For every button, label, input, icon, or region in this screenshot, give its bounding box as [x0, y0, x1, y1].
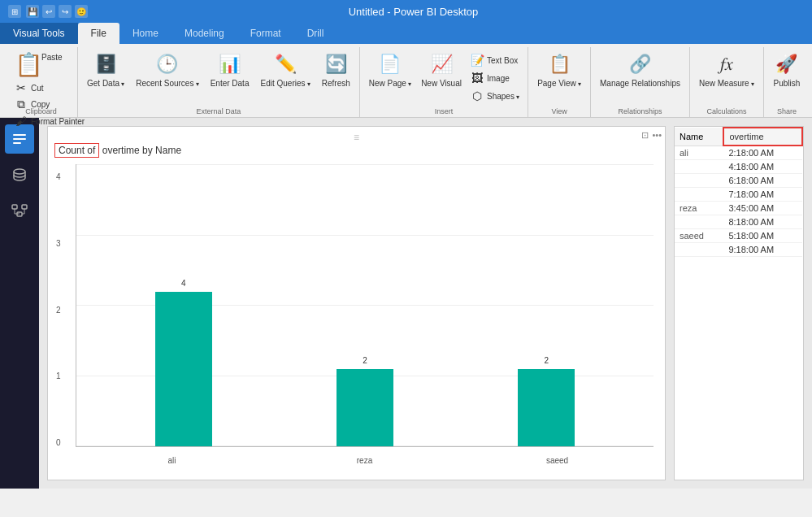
col-name-header: Name	[675, 128, 723, 146]
y-label-1: 1	[56, 371, 72, 380]
tab-home[interactable]: Home	[119, 23, 172, 44]
table-row: 9:18:00 AM	[675, 243, 802, 257]
paste-icon: 📋	[15, 51, 41, 77]
window-title: Untitled - Power BI Desktop	[349, 6, 479, 18]
get-data-button[interactable]: 🗄️ Get Data	[83, 49, 128, 91]
cell-overtime: 3:45:00 AM	[723, 202, 802, 215]
tab-modeling[interactable]: Modeling	[172, 23, 237, 44]
chart-panel: ≡ ⊡ ••• Count of overtime by Name 0 1 2 …	[47, 126, 666, 480]
cell-overtime: 5:18:00 AM	[723, 229, 802, 243]
bar-saeed-value: 2	[518, 356, 575, 365]
chart-toolbar: ⊡ •••	[641, 130, 662, 141]
bar-reza-value: 2	[337, 356, 393, 365]
cell-name: reza	[675, 202, 723, 215]
save-icon[interactable]: 💾	[26, 5, 39, 18]
cell-name: ali	[675, 146, 723, 160]
x-label-ali: ali	[76, 456, 268, 465]
refresh-icon: 🔄	[323, 51, 349, 77]
bar-ali-rect	[155, 292, 212, 446]
cell-name	[675, 160, 723, 174]
shapes-button[interactable]: ⬡ Shapes	[467, 88, 523, 104]
text-box-icon: 📝	[471, 54, 484, 67]
table-row: reza3:45:00 AM	[675, 202, 802, 215]
smiley-icon[interactable]: 🙂	[75, 5, 88, 18]
format-painter-icon: 🖌	[15, 115, 28, 128]
cut-button[interactable]: ✂ Cut	[11, 80, 47, 96]
bar-saeed-bar: 2	[518, 369, 575, 446]
col-overtime-header: overtime	[723, 128, 802, 146]
get-data-icon: 🗄️	[93, 51, 119, 77]
share-label: Share	[764, 107, 810, 115]
sidebar-icon-data[interactable]	[5, 160, 34, 189]
left-sidebar	[0, 118, 39, 489]
bar-reza-bar: 2	[337, 369, 393, 446]
manage-relationships-button[interactable]: 🔗 Manage Relationships	[596, 49, 684, 91]
cell-overtime: 4:18:00 AM	[723, 160, 802, 174]
paste-button[interactable]: 📋 Paste	[11, 49, 67, 80]
page-view-button[interactable]: 📋 Page View	[533, 49, 585, 91]
table-row: 7:18:00 AM	[675, 188, 802, 202]
svg-rect-0	[13, 134, 26, 136]
bar-saeed[interactable]: 2	[456, 369, 637, 446]
cell-overtime: 6:18:00 AM	[723, 174, 802, 188]
table-row: 4:18:00 AM	[675, 160, 802, 174]
tab-drill[interactable]: Drill	[294, 23, 337, 44]
new-page-button[interactable]: 📄 New Page	[365, 49, 415, 91]
tab-format[interactable]: Format	[237, 23, 294, 44]
y-label-3: 3	[56, 239, 72, 248]
cut-icon: ✂	[15, 81, 28, 94]
enter-data-icon: 📊	[217, 51, 243, 77]
svg-rect-1	[13, 138, 26, 140]
title-bar-left: ⊞ 💾 ↩ ↪ 🙂	[8, 5, 88, 18]
sidebar-icon-model[interactable]	[5, 196, 34, 225]
page-view-icon: 📋	[546, 51, 572, 77]
svg-point-3	[14, 169, 25, 174]
bar-saeed-rect	[518, 369, 575, 446]
image-button[interactable]: 🖼 Image	[467, 70, 523, 86]
bar-reza-rect	[337, 369, 393, 446]
content-area: ≡ ⊡ ••• Count of overtime by Name 0 1 2 …	[39, 118, 812, 489]
cell-name	[675, 215, 723, 229]
table-row: saeed5:18:00 AM	[675, 229, 802, 243]
expand-icon[interactable]: ⊡	[641, 130, 649, 141]
x-label-saeed: saeed	[461, 456, 654, 465]
recent-sources-icon: 🕒	[154, 51, 180, 77]
refresh-button[interactable]: 🔄 Refresh	[318, 49, 354, 91]
bar-ali-bar: 4	[155, 292, 212, 446]
undo-icon[interactable]: ↩	[42, 5, 55, 18]
enter-data-button[interactable]: 📊 Enter Data	[206, 49, 254, 91]
bars-container: 4 2 2	[76, 164, 654, 447]
drag-handle-icon: ≡	[354, 132, 359, 143]
manage-relationships-icon: 🔗	[627, 51, 653, 77]
calculations-label: Calculations	[690, 107, 763, 115]
relationships-label: Relationships	[591, 107, 689, 115]
shapes-icon: ⬡	[471, 89, 484, 102]
publish-button[interactable]: 🚀 Publish	[769, 49, 805, 91]
quick-access-toolbar: 💾 ↩ ↪ 🙂	[26, 5, 88, 18]
new-visual-button[interactable]: 📈 New Visual	[417, 49, 466, 91]
more-icon[interactable]: •••	[652, 130, 662, 141]
x-axis-labels: ali reza saeed	[76, 456, 654, 465]
publish-icon: 🚀	[774, 51, 800, 77]
y-label-4: 4	[56, 172, 72, 181]
cell-name: saeed	[675, 229, 723, 243]
title-bar: ⊞ 💾 ↩ ↪ 🙂 Untitled - Power BI Desktop	[0, 0, 812, 23]
table-panel: Name overtime ali2:18:00 AM4:18:00 AM6:1…	[674, 126, 804, 480]
bar-ali[interactable]: 4	[93, 292, 274, 446]
new-measure-button[interactable]: 𝑓𝑥 New Measure	[695, 49, 758, 91]
tab-bar: Visual Tools File Home Modeling Format D…	[0, 23, 812, 44]
recent-sources-button[interactable]: 🕒 Recent Sources	[132, 49, 202, 91]
text-box-button[interactable]: 📝 Text Box	[467, 52, 523, 68]
new-page-icon: 📄	[377, 51, 403, 77]
bar-reza[interactable]: 2	[274, 369, 455, 446]
edit-queries-button[interactable]: ✏️ Edit Queries	[256, 49, 314, 91]
tab-visual-tools[interactable]: Visual Tools	[0, 23, 78, 44]
cell-name	[675, 188, 723, 202]
svg-rect-2	[13, 142, 21, 144]
tab-file[interactable]: File	[78, 23, 119, 44]
redo-icon[interactable]: ↪	[59, 5, 72, 18]
y-label-2: 2	[56, 306, 72, 315]
chart-drawing-area: 0 1 2 3 4	[56, 164, 657, 471]
y-axis: 0 1 2 3 4	[56, 172, 72, 447]
table-row: 6:18:00 AM	[675, 174, 802, 188]
